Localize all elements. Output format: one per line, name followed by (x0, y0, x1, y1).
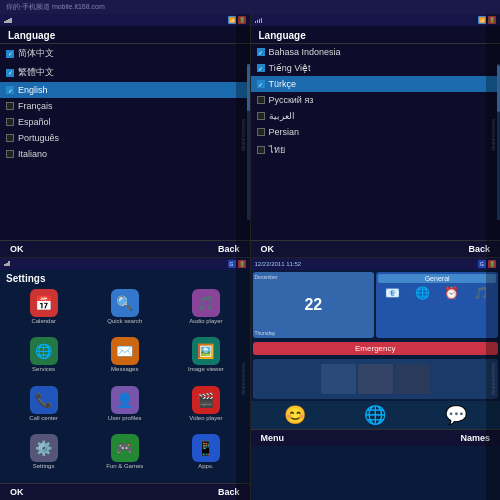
list-item[interactable]: Français (0, 98, 250, 114)
settings-item-calendar[interactable]: 📅 Calendar (4, 289, 83, 336)
q4-menu-button[interactable]: Menu (261, 433, 285, 443)
list-item[interactable]: Español (0, 114, 250, 130)
audioplayer-label: Audio player (189, 318, 222, 324)
messages-icon: ✉️ (111, 337, 139, 365)
q3-ok-button[interactable]: OK (10, 487, 24, 497)
checkbox-francais[interactable] (6, 102, 14, 110)
list-item[interactable]: ✓ Bahasa Indonesia (251, 44, 501, 60)
home-icon-globe[interactable]: 🌐 (364, 404, 386, 426)
calendar-widget-header: December (255, 274, 373, 280)
settings-item-services[interactable]: 🌐 Services (4, 337, 83, 384)
q3-icon1: G (228, 260, 236, 268)
q4-widgets-top: December 22 Thursday General 📧 🌐 ⏰ 🎵 (251, 270, 501, 340)
settings-item-audioplayer[interactable]: 🎵 Audio player (166, 289, 245, 336)
checkbox-thai[interactable] (257, 146, 265, 154)
q1-ok-button[interactable]: OK (10, 244, 24, 254)
list-item-english[interactable]: ✓ English (0, 82, 250, 98)
q4-media-widget[interactable] (253, 359, 499, 399)
list-item[interactable]: ไทย (251, 140, 501, 160)
calendar-label: Calendar (31, 318, 55, 324)
site-watermark: 你的·手机频道 mobile.it168.com (6, 2, 105, 12)
messages-label: Messages (111, 366, 138, 372)
checkbox-viet[interactable]: ✓ (257, 64, 265, 72)
list-item[interactable]: Italiano (0, 146, 250, 162)
apps-icon: 📱 (192, 434, 220, 462)
q3-settings-title: Settings (0, 270, 250, 287)
list-item[interactable]: ✓ 简体中文 (0, 44, 250, 63)
q4-bottom-bar: Menu Names (251, 429, 501, 446)
settings-item-imageviewer[interactable]: 🖼️ Image viewer (166, 337, 245, 384)
q2-language-screen: Language ✓ Bahasa Indonesia ✓ Tiếng Việt… (251, 26, 501, 257)
q2-top-header: 📶 🔋 (251, 14, 501, 26)
q4-media-thumbnails (321, 364, 430, 394)
list-item[interactable]: Português (0, 130, 250, 146)
list-item[interactable]: ✓ Tiếng Việt (251, 60, 501, 76)
checkbox-persian[interactable] (257, 128, 265, 136)
checkbox-turkce[interactable]: ✓ (257, 80, 265, 88)
list-item[interactable]: ✓ 繁體中文 (0, 63, 250, 82)
home-icon-smiley[interactable]: 😊 (284, 404, 306, 426)
q3-settings-grid: 📅 Calendar 🔍 Quick search 🎵 Audio player… (0, 287, 250, 484)
q4-general-tab[interactable]: General (378, 274, 496, 283)
q2-bottom-bar: OK Back (251, 240, 501, 257)
q4-quick-icons: 📧 🌐 ⏰ 🎵 (378, 286, 496, 300)
q4-middle-area: Emergency (251, 340, 501, 357)
checkbox-portugues[interactable] (6, 134, 14, 142)
q1-bottom-bar: OK Back (0, 240, 250, 257)
quicksearch-label: Quick search (107, 318, 142, 324)
imageviewer-label: Image viewer (188, 366, 224, 372)
q3-signal-icon (4, 261, 10, 266)
checkbox-traditional[interactable]: ✓ (6, 69, 14, 77)
services-icon: 🌐 (30, 337, 58, 365)
checkbox-russian[interactable] (257, 96, 265, 104)
checkbox-simplified[interactable]: ✓ (6, 50, 14, 58)
clock-quick-icon[interactable]: ⏰ (444, 286, 459, 300)
list-item[interactable]: Persian (251, 124, 501, 140)
checkbox-bahasa[interactable]: ✓ (257, 48, 265, 56)
q4-general-panel[interactable]: General 📧 🌐 ⏰ 🎵 (376, 272, 498, 338)
quadrant-settings: G 🔋 Settings 📅 Calendar 🔍 Quick search 🎵… (0, 258, 250, 501)
dealer-watermark-q2: dealerextreme (486, 14, 500, 257)
services-label: Services (32, 366, 55, 372)
settings-item-settings[interactable]: ⚙️ Settings (4, 434, 83, 481)
callcenter-icon: 📞 (30, 386, 58, 414)
settings-item-label: Settings (33, 463, 55, 469)
settings-item-fungames[interactable]: 🎮 Fun & Games (85, 434, 164, 481)
q2-lang-list: ✓ Bahasa Indonesia ✓ Tiếng Việt ✓ Türkçe… (251, 44, 501, 240)
list-item[interactable]: Русский яз (251, 92, 501, 108)
email-quick-icon[interactable]: 📧 (385, 286, 400, 300)
checkbox-italiano[interactable] (6, 150, 14, 158)
checkbox-arabic[interactable] (257, 112, 265, 120)
calendar-widget-day: Thursday (255, 330, 373, 336)
q2-ok-button[interactable]: OK (261, 244, 275, 254)
settings-item-videoplayer[interactable]: 🎬 Video player (166, 386, 245, 433)
quadrant-home: 12/22/2011 11:52 G 🔋 December 22 Thursda… (251, 258, 501, 501)
q3-settings-screen: Settings 📅 Calendar 🔍 Quick search 🎵 Aud… (0, 270, 250, 501)
calendar-icon: 📅 (30, 289, 58, 317)
videoplayer-label: Video player (189, 415, 222, 421)
thumbnail-3 (395, 364, 430, 394)
settings-item-userprofiles[interactable]: 👤 User profiles (85, 386, 164, 433)
list-item[interactable]: العربية (251, 108, 501, 124)
videoplayer-icon: 🎬 (192, 386, 220, 414)
q1-top-header: 📶 🔋 (0, 14, 250, 26)
q4-emergency-button[interactable]: Emergency (253, 342, 499, 355)
settings-item-apps[interactable]: 📱 Apps. (166, 434, 245, 481)
checkbox-english[interactable]: ✓ (6, 86, 14, 94)
signal-icon (4, 18, 12, 23)
globe-quick-icon[interactable]: 🌐 (415, 286, 430, 300)
settings-item-callcenter[interactable]: 📞 Call center (4, 386, 83, 433)
checkbox-espanol[interactable] (6, 118, 14, 126)
q1-lang-list: ✓ 简体中文 ✓ 繁體中文 ✓ English Français Esp (0, 44, 250, 240)
settings-item-messages[interactable]: ✉️ Messages (85, 337, 164, 384)
q4-icon1: G (478, 260, 486, 268)
settings-item-quicksearch[interactable]: 🔍 Quick search (85, 289, 164, 336)
q2-icon1: 📶 (478, 16, 486, 24)
q3-bottom-bar: OK Back (0, 483, 250, 500)
callcenter-label: Call center (29, 415, 58, 421)
list-item-turkce[interactable]: ✓ Türkçe (251, 76, 501, 92)
home-icon-chat[interactable]: 💬 (445, 404, 467, 426)
calendar-widget[interactable]: December 22 Thursday (253, 272, 375, 338)
dealer-watermark-q4: dealerextreme (486, 258, 500, 501)
userprofiles-icon: 👤 (111, 386, 139, 414)
